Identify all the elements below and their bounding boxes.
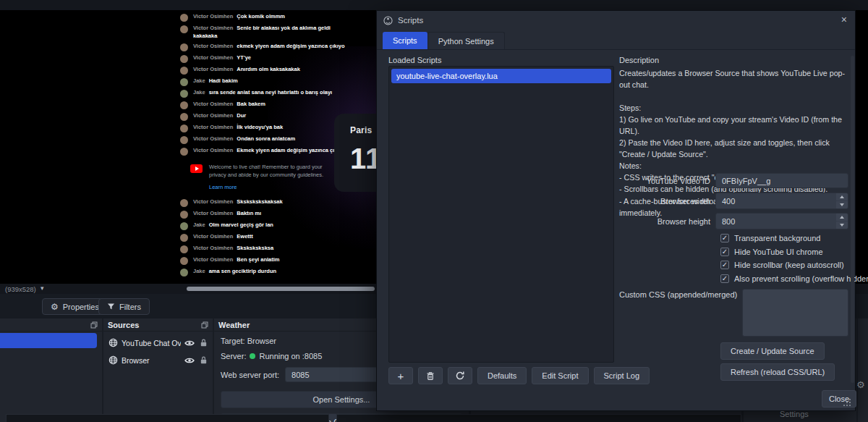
chat-message-text: Çok komik olmmm bbox=[237, 13, 285, 20]
selected-scene-row[interactable] bbox=[0, 333, 97, 348]
remove-script-button[interactable] bbox=[418, 367, 443, 384]
close-button[interactable]: Close bbox=[822, 390, 856, 408]
refresh-icon bbox=[455, 371, 465, 381]
browser-height-input[interactable] bbox=[715, 213, 848, 229]
chat-username: Victor Osimhen bbox=[193, 112, 233, 119]
chat-username: Victor Osimhen bbox=[193, 256, 233, 263]
custom-css-textarea[interactable] bbox=[742, 289, 848, 337]
chat-avatar bbox=[180, 234, 188, 242]
checkbox[interactable]: ✓ bbox=[720, 274, 729, 283]
refresh-css-url-button[interactable]: Refresh (reload CSS/URL) bbox=[720, 363, 835, 381]
dialog-titlebar[interactable]: Scripts × bbox=[377, 11, 855, 30]
spin-down-button[interactable] bbox=[836, 221, 848, 229]
chat-avatar bbox=[180, 14, 188, 22]
chat-message-text: YT'ye bbox=[237, 54, 251, 61]
checkbox[interactable]: ✓ bbox=[720, 234, 729, 242]
dialog-title: Scripts bbox=[398, 16, 423, 25]
browser-width-input[interactable] bbox=[715, 193, 848, 209]
chat-username: Victor Osimhen bbox=[193, 124, 233, 130]
dialog-tabs: Scripts Python Settings bbox=[383, 32, 505, 49]
chat-message: Victor OsimhenSksksksksksa bbox=[171, 245, 376, 253]
check-icon: ✓ bbox=[722, 248, 728, 256]
edit-script-button[interactable]: Edit Script bbox=[532, 367, 588, 384]
source-row[interactable]: Browser bbox=[107, 353, 209, 368]
dock-bottom-inset bbox=[336, 414, 741, 422]
chat-username: Victor Osimhen bbox=[193, 13, 233, 20]
chat-message-text: Ben şeyi anlatim bbox=[237, 256, 279, 263]
chat-avatar bbox=[180, 90, 188, 98]
checkbox-label: Transparent background bbox=[734, 234, 820, 242]
visibility-eye-icon[interactable] bbox=[184, 339, 195, 347]
chat-message-text: Ekmek yiyen adam değişim yazınca çıkıyo bbox=[237, 147, 345, 153]
horizontal-scrollbar[interactable] bbox=[187, 287, 375, 291]
checkbox-row[interactable]: ✓ Also prevent scrolling (overflow hidde… bbox=[720, 274, 868, 283]
defaults-button[interactable]: Defaults bbox=[477, 367, 527, 384]
lock-icon[interactable] bbox=[200, 338, 208, 347]
chat-avatar bbox=[180, 211, 188, 219]
chat-username: Victor Osimhen bbox=[193, 245, 233, 251]
description-label: Description bbox=[619, 56, 659, 64]
spin-down-button[interactable] bbox=[836, 201, 848, 208]
visibility-eye-icon[interactable] bbox=[184, 357, 195, 364]
chat-username: Jake bbox=[193, 221, 205, 228]
close-icon[interactable]: × bbox=[841, 14, 847, 25]
gear-icon[interactable]: ⚙ bbox=[856, 379, 865, 390]
checkbox[interactable]: ✓ bbox=[720, 261, 729, 269]
chat-message-text: Ondan sonra anlatcam bbox=[237, 135, 295, 142]
chat-message-text: Ewettt bbox=[237, 233, 253, 240]
gear-icon: ⚙ bbox=[51, 303, 59, 311]
spin-up-button[interactable] bbox=[836, 193, 848, 201]
chat-avatar bbox=[180, 269, 188, 277]
loaded-scripts-list[interactable]: youtube-live-chat-overlay.lua bbox=[388, 66, 614, 363]
chevron-down-icon bbox=[840, 224, 844, 227]
chat-avatar bbox=[180, 78, 188, 86]
script-log-button[interactable]: Script Log bbox=[594, 367, 650, 384]
popout-panel-icon[interactable] bbox=[201, 321, 208, 329]
custom-css-label: Custom CSS (appended/merged) bbox=[619, 289, 742, 299]
checkbox-group: ✓ Transparent background ✓ Hide YouTube … bbox=[720, 234, 868, 283]
checkbox-row[interactable]: ✓ Hide YouTube UI chrome bbox=[720, 248, 868, 256]
vertical-scrollbar-track[interactable] bbox=[851, 56, 854, 383]
resize-grip[interactable] bbox=[849, 399, 851, 400]
checkbox-label: Also prevent scrolling (overflow hidden) bbox=[734, 274, 868, 283]
chat-username: Victor Osimhen bbox=[193, 101, 233, 107]
chat-message-text: ama sen geciktirip durdun bbox=[209, 268, 276, 274]
checkbox-row[interactable]: ✓ Hide scrollbar (keep autoscroll) bbox=[720, 261, 868, 269]
chat-avatar bbox=[180, 67, 188, 75]
tab-python-settings[interactable]: Python Settings bbox=[427, 32, 505, 49]
checkbox-row[interactable]: ✓ Transparent background bbox=[720, 234, 868, 242]
chat-username: Victor Osimhen bbox=[193, 43, 233, 49]
notice-learn-more-link[interactable]: Learn more bbox=[209, 183, 237, 191]
chat-username: Victor Osimhen bbox=[193, 135, 233, 142]
spin-up-button[interactable] bbox=[836, 214, 848, 221]
add-script-button[interactable]: + bbox=[388, 367, 413, 384]
chat-avatar bbox=[180, 55, 188, 63]
chat-message-text: İlk videoyu'ya bak bbox=[237, 124, 283, 130]
chat-message-text: Anırdım olm kaksakakak bbox=[237, 66, 300, 72]
status-dot-icon bbox=[250, 353, 255, 359]
chat-message-text: Olm marvel geçiş gör lan bbox=[209, 221, 273, 228]
sources-dock-title: Sources bbox=[108, 321, 139, 329]
chat-message: Jakeama sen geciktirip durdun bbox=[171, 268, 376, 277]
youtube-video-id-input[interactable] bbox=[715, 173, 848, 188]
chat-message: Victor OsimhenÇok komik olmmm bbox=[171, 13, 376, 22]
chat-username: Victor Osimhen bbox=[193, 66, 233, 72]
lock-icon[interactable] bbox=[200, 355, 208, 365]
chat-avatar bbox=[180, 199, 188, 207]
chat-avatar bbox=[180, 125, 188, 132]
script-list-item-selected[interactable]: youtube-live-chat-overlay.lua bbox=[391, 69, 611, 83]
checkbox[interactable]: ✓ bbox=[720, 248, 729, 256]
source-row[interactable]: YouTube Chat Overlay bbox=[107, 335, 209, 350]
youtube-logo-icon bbox=[190, 164, 203, 173]
chat-avatar bbox=[180, 25, 188, 33]
filters-button[interactable]: Filters bbox=[98, 298, 150, 315]
browser-width-row: Browser width bbox=[619, 193, 848, 209]
tab-scripts[interactable]: Scripts bbox=[383, 32, 427, 49]
chat-message: Victor OsimhenBen şeyi anlatim bbox=[171, 256, 376, 265]
chevron-down-icon[interactable]: ▾ bbox=[41, 284, 44, 292]
reload-scripts-button[interactable] bbox=[448, 367, 472, 384]
popout-panel-icon[interactable] bbox=[90, 321, 98, 329]
create-update-source-button[interactable]: Create / Update Source bbox=[720, 342, 825, 360]
chat-message: Victor OsimhenAnırdım olm kaksakakak bbox=[171, 66, 376, 75]
server-status: Running on :8085 bbox=[259, 352, 322, 360]
